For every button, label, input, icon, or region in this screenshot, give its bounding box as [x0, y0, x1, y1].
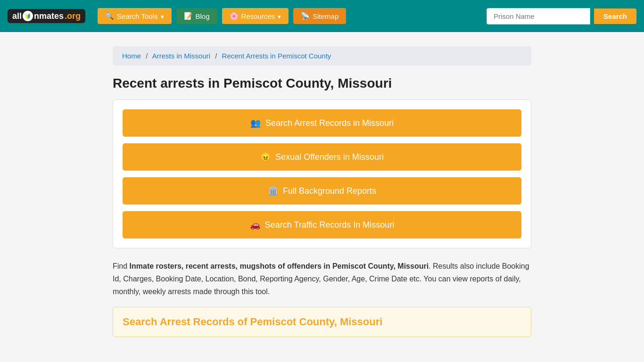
resources-label: Resources	[241, 12, 275, 20]
resources-dropdown-icon	[278, 12, 281, 20]
background-reports-label: Full Background Reports	[283, 186, 376, 196]
search-tools-button[interactable]: Search Tools	[98, 8, 171, 24]
description-intro: Find	[113, 262, 130, 270]
search-icon	[105, 12, 114, 20]
prison-name-input[interactable]	[487, 8, 590, 25]
logo-inmates-text: nmates	[34, 11, 64, 21]
traffic-records-button[interactable]: Search Traffic Records In Missouri	[123, 211, 521, 239]
description-paragraph: Find Inmate rosters, recent arrests, mug…	[113, 260, 531, 298]
sexual-offenders-button[interactable]: Sexual Offenders in Missouri	[123, 143, 521, 171]
background-reports-button[interactable]: Full Background Reports	[123, 177, 521, 205]
sitemap-button[interactable]: Sitemap	[293, 8, 346, 24]
search-arrest-records-label: Search Arrest Records in Missouri	[265, 118, 394, 128]
search-tools-dropdown-icon	[161, 12, 164, 20]
search-arrest-records-button[interactable]: Search Arrest Records in Missouri	[123, 109, 521, 137]
logo-org-text: .org	[65, 11, 81, 21]
nav-search-button[interactable]: Search	[594, 8, 636, 24]
breadcrumb-sep-2: /	[215, 52, 217, 60]
nav-search-button-label: Search	[603, 12, 627, 20]
page-title: Recent arrests in Pemiscot County, Misso…	[113, 76, 531, 91]
search-tools-label: Search Tools	[117, 12, 157, 20]
rss-icon	[301, 12, 310, 20]
nav-search-area: Search	[487, 8, 636, 25]
resources-icon	[230, 12, 239, 20]
sitemap-label: Sitemap	[313, 12, 339, 20]
main-content: Home / Arrests in Missouri / Recent Arre…	[105, 46, 539, 337]
building-icon	[268, 186, 278, 196]
breadcrumb-sep-1: /	[146, 52, 148, 60]
car-icon	[250, 220, 260, 230]
breadcrumb-current: Recent Arrests in Pemiscot County	[222, 52, 331, 60]
sexual-offenders-label: Sexual Offenders in Missouri	[275, 152, 384, 162]
navigation: all 🔰 nmates .org Search Tools Blog Reso…	[0, 0, 644, 32]
breadcrumb-home[interactable]: Home	[122, 52, 141, 60]
traffic-records-label: Search Traffic Records In Missouri	[265, 220, 395, 230]
logo[interactable]: all 🔰 nmates .org	[8, 9, 85, 23]
offenders-icon	[260, 152, 271, 162]
breadcrumb: Home / Arrests in Missouri / Recent Arre…	[113, 46, 531, 66]
blog-button[interactable]: Blog	[176, 8, 217, 24]
logo-org-badge: 🔰	[23, 11, 33, 21]
search-section: Search Arrest Records of Pemiscot County…	[113, 307, 531, 337]
resources-button[interactable]: Resources	[222, 8, 289, 24]
logo-all-text: all	[12, 11, 22, 21]
blog-icon	[184, 12, 193, 20]
search-section-title: Search Arrest Records of Pemiscot County…	[123, 316, 521, 328]
blog-label: Blog	[196, 12, 210, 20]
users-icon	[250, 118, 261, 128]
description-bold: Inmate rosters, recent arrests, mugshots…	[130, 262, 429, 270]
action-buttons-card: Search Arrest Records in Missouri Sexual…	[113, 99, 531, 248]
breadcrumb-arrests[interactable]: Arrests in Missouri	[152, 52, 210, 60]
